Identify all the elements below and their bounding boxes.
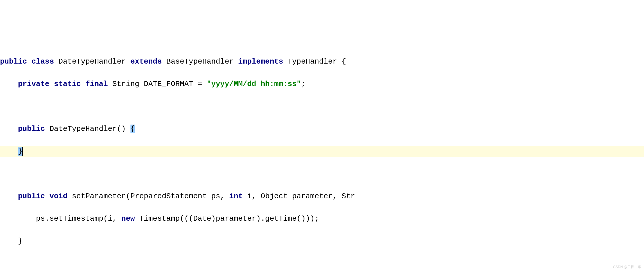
var-name: DATE_FORMAT [144,80,193,88]
method-sig: setParameter(PreparedStatement ps, [72,192,225,201]
method-params: i, Object parameter, Str [247,192,355,201]
code-line-10[interactable] [0,258,644,269]
statement: ps.setTimestamp(i, [36,214,117,223]
keyword-void: void [50,192,67,201]
watermark: CSDN @日拱一卒 [613,264,641,270]
close-brace: } [18,237,22,245]
open-brace: { [342,57,346,66]
semicolon: ; [301,80,306,88]
keyword-private: private [18,80,49,88]
code-line-3[interactable] [0,101,644,112]
string-literal: "yyyy/MM/dd hh:mm:ss" [207,80,301,88]
text-caret [22,147,23,156]
type-string: String [112,80,139,88]
keyword-class: class [31,57,54,66]
equals: = [198,80,202,88]
base-class: BaseTypeHandler [166,57,234,66]
close-brace-matched: } [18,147,22,156]
code-editor[interactable]: public class DateTypeHandler extends Bas… [0,45,644,271]
code-line-2[interactable]: private static final String DATE_FORMAT … [0,79,644,90]
keyword-implements: implements [238,57,283,66]
code-line-9[interactable]: } [0,236,644,247]
class-name: DateTypeHandler [58,57,126,66]
keyword-static: static [54,80,81,88]
statement-rest: Timestamp(((Date)parameter).getTime())); [139,214,319,223]
keyword-final: final [85,80,108,88]
keyword-new: new [121,214,135,223]
constructor-name: DateTypeHandler() [50,125,126,133]
interface-name: TypeHandler [288,57,337,66]
keyword-extends: extends [130,57,162,66]
code-line-7[interactable]: public void setParameter(PreparedStateme… [0,191,644,202]
code-line-1[interactable]: public class DateTypeHandler extends Bas… [0,56,644,67]
code-line-8[interactable]: ps.setTimestamp(i, new Timestamp(((Date)… [0,213,644,224]
code-line-6[interactable] [0,168,644,180]
keyword-public: public [18,125,45,133]
keyword-public: public [18,192,45,201]
keyword-int: int [229,192,243,201]
code-line-4[interactable]: public DateTypeHandler() { [0,123,644,135]
keyword-public: public [0,57,27,66]
code-line-5-current[interactable]: } [0,146,644,157]
open-brace-matched: { [130,125,135,133]
